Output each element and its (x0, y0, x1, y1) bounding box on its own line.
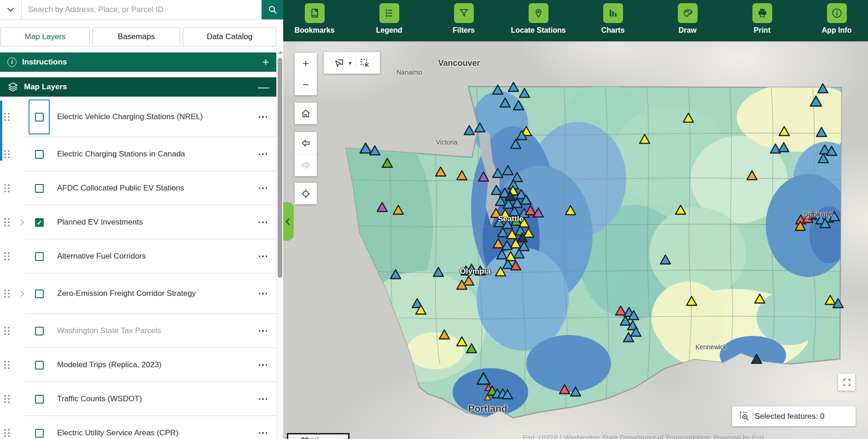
back-button[interactable] (295, 133, 317, 154)
layer-options-button[interactable] (256, 187, 270, 189)
layer-checkbox-cell (29, 174, 50, 202)
layer-checkbox-cell (29, 140, 50, 168)
layer-options-button[interactable] (256, 364, 270, 366)
toolbar-button-legend[interactable]: Legend (364, 3, 414, 35)
map-pin-icon (529, 3, 548, 23)
toolbar-button-filters[interactable]: Filters (438, 3, 489, 35)
chevron-right-icon[interactable] (13, 292, 29, 296)
drag-handle-icon[interactable] (4, 218, 10, 226)
layer-row-2[interactable]: Electric Charging Stations in Canada (0, 137, 276, 171)
layer-checkbox-cell (29, 276, 50, 311)
search-input[interactable] (21, 0, 262, 19)
layer-checkbox[interactable] (35, 150, 44, 159)
layer-options-button[interactable] (256, 330, 270, 332)
sidebar-scrollbar[interactable] (276, 48, 283, 439)
layer-row-10[interactable]: Electric Utility Service Areas (CPR) (0, 416, 276, 439)
ev-station-marker[interactable] (464, 126, 474, 135)
toolbar-button-app-info[interactable]: App Info (811, 3, 862, 35)
layer-options-button[interactable] (256, 398, 270, 400)
layer-row-5[interactable]: Alternative Fuel Corridors (0, 239, 276, 273)
layer-row-7[interactable]: Washington State Tax Parcels (0, 314, 276, 348)
tab-basemaps[interactable]: Basemaps (93, 27, 180, 46)
drag-handle-icon[interactable] (4, 395, 10, 403)
select-by-rectangle-icon[interactable] (333, 57, 345, 69)
layer-row-9[interactable]: Traffic Counts (WSDOT) (0, 382, 276, 416)
crosshair-icon (300, 188, 312, 200)
drag-handle-icon[interactable] (4, 429, 10, 437)
map-attribution: Esri, USGS | Washington State Department… (523, 433, 764, 439)
collapse-icon[interactable]: — (258, 81, 269, 92)
info-icon (827, 3, 847, 23)
tab-map-layers[interactable]: Map Layers (0, 27, 90, 46)
layer-list: Electric Vehicle Charging Stations (NREL… (0, 97, 276, 439)
layer-checkbox[interactable] (35, 361, 44, 370)
drag-handle-icon[interactable] (4, 184, 10, 192)
toolbar-button-print[interactable]: Print (737, 3, 787, 35)
search-icon (267, 4, 278, 15)
layer-row-3[interactable]: AFDC Collocated Public EV Stations (0, 171, 276, 205)
filter-icon (454, 3, 474, 23)
layer-options-button[interactable] (256, 293, 270, 295)
layer-checkbox[interactable] (35, 113, 44, 121)
forward-button[interactable] (295, 155, 317, 176)
layer-checkbox[interactable] (35, 252, 44, 261)
selection-dropdown-icon[interactable]: ▼ (348, 60, 353, 66)
layer-label: Electric Utility Service Areas (CPR) (57, 427, 256, 439)
scroll-up-icon[interactable] (278, 51, 283, 54)
selected-features-widget[interactable]: Selected features: 0 (732, 406, 856, 426)
zoom-widget: + − (295, 53, 317, 95)
expand-icon[interactable]: + (262, 57, 269, 68)
toolbar-button-charts[interactable]: Charts (588, 3, 638, 35)
info-icon: i (7, 58, 17, 67)
layer-checkbox-cell (29, 385, 50, 413)
layer-checkbox[interactable] (35, 429, 44, 438)
layer-options-button[interactable] (256, 255, 270, 257)
layer-checkbox-cell (29, 419, 50, 439)
scrollbar-thumb[interactable] (278, 58, 282, 278)
sidebar-tabs: Map Layers Basemaps Data Catalog (0, 20, 283, 47)
layer-checkbox[interactable] (35, 218, 44, 227)
locate-button[interactable] (295, 183, 317, 204)
layer-row-4[interactable]: Planned EV Investments (0, 205, 276, 239)
layer-row-8[interactable]: Modeled Trips (Replica, 2023) (0, 348, 276, 382)
drag-handle-icon[interactable] (4, 289, 10, 298)
layer-label: AFDC Collocated Public EV Stations (57, 183, 256, 194)
drag-handle-icon[interactable] (4, 150, 10, 158)
home-button[interactable] (295, 103, 317, 124)
search-button[interactable] (262, 0, 283, 19)
map-layers-title: Map Layers (24, 82, 258, 92)
zoom-in-button[interactable]: + (295, 53, 317, 74)
drag-handle-icon[interactable] (4, 113, 10, 121)
instructions-panel-header[interactable]: i Instructions + (0, 52, 276, 72)
ev-station-marker[interactable] (360, 143, 371, 153)
toolbar-button-bookmarks[interactable]: Bookmarks (289, 3, 340, 35)
layer-checkbox[interactable] (35, 395, 44, 404)
toolbar-button-locate-stations[interactable]: Locate Stations (513, 3, 564, 35)
layer-options-button[interactable] (256, 153, 270, 155)
drag-handle-icon[interactable] (4, 361, 10, 369)
layer-row-6[interactable]: Zero-Emission Freight Corridor Strategy (0, 273, 276, 314)
chevron-right-icon[interactable] (13, 220, 29, 225)
layer-options-button[interactable] (256, 221, 270, 223)
clear-selection-icon[interactable] (359, 57, 371, 69)
layer-checkbox[interactable] (35, 327, 44, 335)
fullscreen-button[interactable] (838, 374, 855, 391)
layer-checkbox[interactable] (35, 184, 44, 193)
search-source-dropdown[interactable] (0, 0, 21, 19)
drag-handle-icon[interactable] (4, 327, 10, 335)
toolbar-button-draw[interactable]: Draw (662, 3, 713, 35)
tab-data-catalog[interactable]: Data Catalog (183, 27, 276, 46)
collapse-sidebar-button[interactable] (283, 202, 294, 241)
layer-row-1[interactable]: Electric Vehicle Charging Stations (NREL… (0, 97, 276, 137)
drag-handle-icon[interactable] (4, 252, 10, 260)
map-layers-panel-header[interactable]: Map Layers — (0, 77, 276, 97)
layer-checkbox[interactable] (35, 289, 44, 298)
layer-options-button[interactable] (256, 116, 270, 118)
focused-layer-indicator (0, 101, 2, 161)
layer-label: Modeled Trips (Replica, 2023) (57, 359, 256, 370)
app-window: Bookmarks Legend Filters Locate Stations… (0, 0, 868, 439)
map-canvas[interactable]: + − ▼ (283, 41, 868, 439)
zoom-out-button[interactable]: − (295, 74, 317, 95)
layer-options-button[interactable] (256, 432, 270, 434)
home-icon (300, 108, 312, 120)
